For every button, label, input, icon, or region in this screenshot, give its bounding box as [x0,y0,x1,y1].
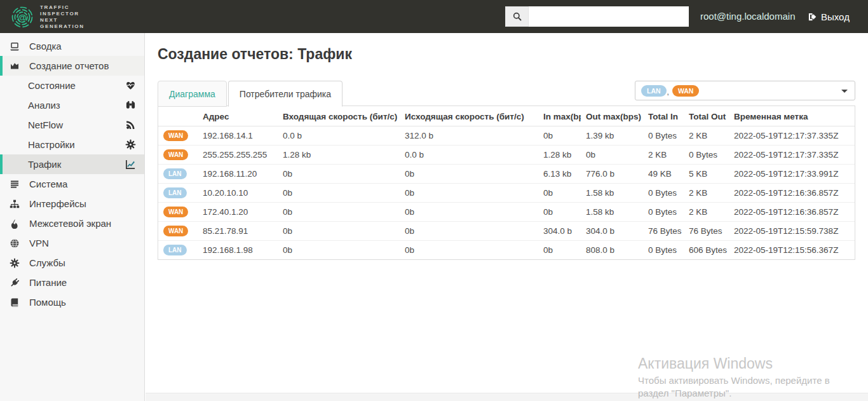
pill-separator: , [667,88,669,97]
cell-out-max: 776.0 b [581,165,643,184]
table-row: LAN 192.168.1.98 0b 0b 0b 808.0 b 0 Byte… [158,241,855,260]
traffic-table: Адрес Входящая скорость (бит/с) Исходяща… [158,106,855,259]
cell-timestamp: 2022-05-19T12:17:37.335Z [729,126,855,146]
col-header-out-rate: Исходящая скорость (бит/с) [400,106,538,126]
sidebar-item-label: Помощь [29,297,66,308]
sidebar-item-reporting[interactable]: Создание отчетов [0,56,144,76]
gear-icon [125,139,136,150]
cell-in-max: 0b [538,203,581,222]
sidebar-item-services[interactable]: Службы [0,253,144,273]
tab-diagram[interactable]: Диаграмма [158,81,227,107]
sidebar-item-label: NetFlow [28,119,63,130]
sidebar-item-label: Создание отчетов [29,60,109,71]
iface-badge: WAN [163,149,188,160]
sidebar-item-label: Питание [29,277,67,288]
cell-out-max: 1.39 kb [581,126,643,146]
col-header-timestamp: Временная метка [729,106,855,126]
sidebar-item-label: VPN [29,238,49,248]
cell-total-in: 49 KB [643,165,684,184]
sidebar-item-settings[interactable]: Настройки [0,135,144,154]
brand-line: TRAFFIC [40,4,85,11]
cell-in-rate: 0b [278,222,400,241]
cell-total-in: 76 Bytes [643,222,684,241]
cell-out-rate: 0b [400,184,538,203]
cell-out-rate: 0.0 b [400,146,538,165]
col-header-total-in: Total In [643,106,684,126]
interface-select[interactable]: LAN , WAN [635,81,855,100]
traffic-table-panel: Адрес Входящая скорость (бит/с) Исходяща… [158,105,855,260]
table-row: WAN 172.40.1.20 0b 0b 0b 1.58 kb 0 Bytes… [158,203,855,222]
cell-out-max: 1.58 kb [581,184,643,203]
table-row: WAN 255.255.255.255 1.28 kb 0.0 b 1.28 k… [158,146,855,165]
cell-address: 172.40.1.20 [198,203,278,222]
search-icon [512,11,522,22]
col-header-in-max: In max(bps) [538,106,581,126]
table-row: LAN 10.20.10.10 0b 0b 0b 1.58 kb 0 Bytes… [158,184,855,203]
sidebar-item-system[interactable]: Система [0,174,144,194]
sitemap-icon [10,199,22,209]
sidebar-item-help[interactable]: Помощь [0,292,144,312]
main-content: Создание отчетов: Трафик Диаграмма Потре… [146,33,868,401]
book-icon [10,297,22,308]
search-group [505,6,689,27]
sidebar-item-label: Система [29,179,67,189]
sidebar-item-dashboard[interactable]: Сводка [0,36,144,56]
cell-timestamp: 2022-05-19T12:17:37.335Z [729,146,855,165]
cell-in-max: 1.28 kb [538,146,581,165]
cell-out-rate: 0b [400,222,538,241]
app-logo[interactable]: @ TRAFFIC INSPECTOR NEXT GENERATION [10,4,85,30]
cell-in-rate: 1.28 kb [278,146,400,165]
cell-in-rate: 0b [278,184,400,203]
cell-total-in: 0 Bytes [643,241,684,260]
sidebar-item-label: Межсетевой экран [29,218,111,229]
table-row: WAN 192.168.14.1 0.0 b 312.0 b 0b 1.39 k… [158,126,855,146]
sidebar-item-power[interactable]: Питание [0,273,144,292]
sidebar-item-insight[interactable]: Анализ [0,95,144,115]
brand-text: TRAFFIC INSPECTOR NEXT GENERATION [40,4,85,30]
col-header-in-rate: Входящая скорость (бит/с) [278,106,400,126]
cell-timestamp: 2022-05-19T12:16:36.857Z [729,203,855,222]
iface-badge: WAN [163,207,188,217]
sidebar-item-health[interactable]: Состояние [0,76,144,95]
search-button[interactable] [505,6,529,27]
col-header-out-max: Out max(bps) [581,106,643,126]
interface-pill-wan: WAN [672,85,700,97]
logout-label: Выход [821,11,850,22]
fingerprint-logo-icon: @ [10,5,34,29]
cell-total-in: 0 Bytes [643,126,684,146]
sidebar-item-interfaces[interactable]: Интерфейсы [0,194,144,214]
sidebar-item-traffic[interactable]: Трафик [0,154,144,174]
iface-badge: LAN [163,168,187,179]
gear-icon [10,258,22,268]
globe-icon [10,238,22,248]
search-input[interactable] [529,6,689,27]
cell-out-max: 0b [581,146,643,165]
cell-out-rate: 312.0 b [400,126,538,146]
table-row: WAN 85.21.78.91 0b 0b 304.0 b 304.0 b 76… [158,222,855,241]
sidebar-item-label: Анализ [28,100,60,111]
col-header-iface [158,106,198,126]
sidebar-item-netflow[interactable]: NetFlow [0,115,144,135]
sidebar-item-label: Службы [29,257,65,268]
logout-button[interactable]: Выход [808,0,850,33]
sidebar-item-firewall[interactable]: Межсетевой экран [0,214,144,233]
cell-address: 192.168.1.98 [198,241,278,260]
brand-line: GENERATION [40,24,85,30]
cell-address: 10.20.10.10 [198,184,278,203]
iface-badge: WAN [163,130,188,141]
cell-total-out: 5 KB [684,165,729,184]
cell-total-out: 2 KB [684,126,729,146]
cell-in-max: 0b [538,184,581,203]
iface-badge: LAN [163,245,187,255]
fire-icon [10,219,22,229]
sign-out-icon [808,12,817,22]
sidebar-item-label: Состояние [28,80,76,91]
cell-total-in: 0 Bytes [643,203,684,222]
brand-line: NEXT [40,17,85,24]
cell-total-out: 76 Bytes [684,222,729,241]
cell-in-max: 0b [538,126,581,146]
cell-out-max: 1.58 kb [581,203,643,222]
sidebar-item-vpn[interactable]: VPN [0,233,144,253]
tab-traffic-consumers[interactable]: Потребители трафика [228,81,342,107]
cell-in-rate: 0b [278,165,400,184]
